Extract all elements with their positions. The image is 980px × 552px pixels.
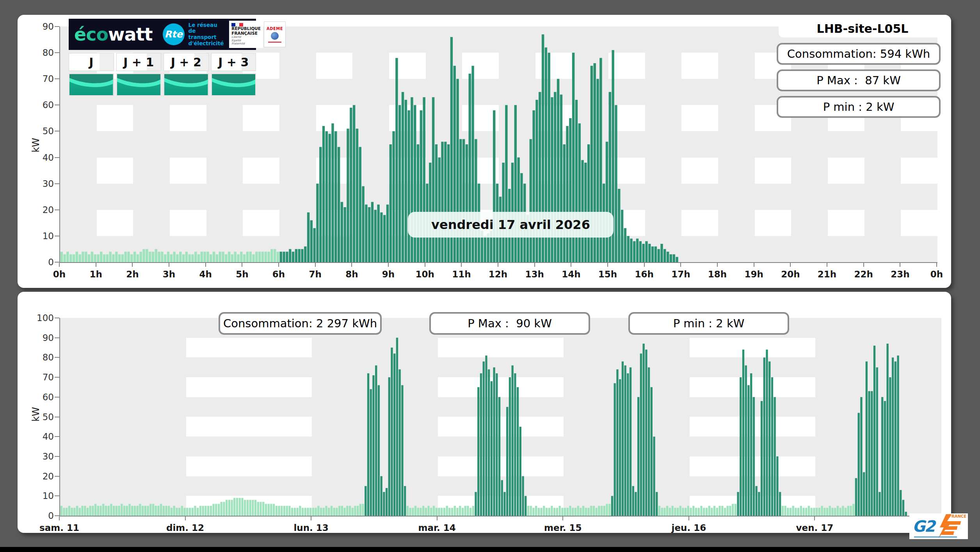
y-axis-tickmark — [55, 337, 59, 338]
x-axis-tickmark — [863, 263, 864, 267]
y-axis-tick-label: 10 — [30, 231, 54, 241]
day-selector: J J + 1 J + 2 J + 3 — [69, 53, 256, 71]
y-axis-tick-label: 30 — [30, 179, 54, 189]
y-axis-tickmark — [55, 209, 59, 210]
x-axis-tick-label: 21h — [818, 269, 836, 279]
y-axis-tickmark — [55, 456, 59, 457]
weekly-y-axis-unit: kW — [30, 407, 41, 422]
x-axis-tickmark — [717, 263, 718, 267]
stat-pmin-daily: P min : 2 kW — [777, 96, 941, 118]
rte-tagline-line: Le réseau — [189, 22, 224, 28]
republique-text: RÉPUBLIQUE FRANÇAISE — [231, 27, 261, 35]
x-axis-tickmark — [814, 517, 815, 520]
y-axis-tickmark — [55, 357, 59, 358]
day-button-j2[interactable]: J + 2 — [164, 53, 209, 71]
y-axis-tickmark — [55, 78, 59, 79]
x-axis-tick-label: 16h — [635, 269, 653, 279]
republique-motto: Liberté Égalité Fraternité — [231, 35, 261, 45]
x-axis-tickmark — [311, 517, 311, 520]
y-axis-tick-label: 20 — [30, 471, 54, 481]
y-axis-tick-label: 40 — [30, 153, 54, 163]
y-axis-tick-label: 50 — [30, 126, 54, 136]
y-axis-tickmark — [55, 105, 59, 105]
x-axis-tick-label: 0h — [53, 269, 66, 279]
x-axis-tick-label: sam. 11 — [39, 523, 79, 533]
x-axis-tick-label: 6h — [272, 269, 285, 279]
y-axis-tickmark — [55, 515, 59, 516]
y-axis-tickmark — [55, 183, 59, 184]
y-axis-tickmark — [55, 131, 59, 131]
x-axis-tickmark — [607, 263, 608, 267]
y-axis-tick-label: 100 — [30, 313, 54, 323]
x-axis-tickmark — [688, 517, 689, 520]
x-axis-tick-label: 22h — [854, 269, 873, 279]
x-axis-tickmark — [534, 263, 535, 267]
x-axis-tick-label: 11h — [452, 269, 471, 279]
day-button-j1[interactable]: J + 1 — [116, 53, 162, 71]
x-axis-tickmark — [936, 263, 937, 267]
x-axis-tickmark — [754, 263, 754, 267]
x-axis-tick-label: 5h — [236, 269, 248, 279]
x-axis-tickmark — [644, 263, 645, 267]
daily-chart-panel: 01020304050607080900h1h2h3h4h5h6h7h8h9h1… — [18, 15, 951, 288]
x-axis-tick-label: 4h — [199, 269, 212, 279]
stat-pmin-weekly: P min : 2 kW — [628, 312, 789, 335]
day-button-j3[interactable]: J + 3 — [211, 53, 256, 71]
y-axis-tick-label: 20 — [30, 205, 54, 215]
y-axis-tickmark — [55, 52, 59, 53]
x-axis-tickmark — [59, 517, 60, 520]
ecowatt-signal-tiles — [69, 73, 256, 96]
x-axis-tick-label: 18h — [708, 269, 727, 279]
x-axis-tickmark — [388, 263, 389, 267]
stat-pmax-weekly: P Max : 90 kW — [429, 312, 590, 335]
x-axis-tick-label: 17h — [671, 269, 690, 279]
x-axis-tickmark — [437, 517, 438, 520]
x-axis-tick-label: 19h — [744, 269, 763, 279]
x-axis-tickmark — [461, 263, 462, 267]
ecowatt-signal-tile-j1[interactable] — [116, 73, 162, 96]
ecowatt-signal-tile-j[interactable] — [69, 73, 114, 96]
x-axis-tick-label: 20h — [781, 269, 800, 279]
ecowatt-signal-tile-j2[interactable] — [164, 73, 209, 96]
x-axis-tickmark — [571, 263, 571, 267]
y-axis-tick-label: 80 — [30, 352, 54, 362]
y-axis-tick-label: 40 — [30, 431, 54, 442]
rte-tagline: Le réseau de transport d'électricité — [189, 22, 224, 46]
app-root: { "header_logo": { "brand_eco": "éco", "… — [0, 0, 980, 552]
y-axis-tick-label: 0 — [30, 511, 54, 521]
x-axis-tick-label: 7h — [309, 269, 321, 279]
day-button-j[interactable]: J — [69, 53, 114, 71]
x-axis-tick-label: ven. 17 — [796, 523, 834, 533]
x-axis-tick-label: lun. 13 — [293, 523, 328, 533]
rte-logo-icon: Rte — [163, 23, 185, 45]
g2e-france-logo: G2 FRANCE — [909, 513, 968, 539]
ademe-globe-icon — [271, 32, 279, 40]
y-axis-tickmark — [55, 436, 59, 437]
x-axis-tickmark — [132, 263, 133, 267]
x-axis-tickmark — [680, 263, 681, 267]
ecowatt-signal-tile-j3[interactable] — [211, 73, 256, 96]
ademe-logo: ADEME — [264, 21, 286, 47]
x-axis-tick-label: 10h — [415, 269, 434, 279]
rte-logo-text: Rte — [164, 29, 182, 40]
site-title: LHB-site-L05L — [779, 20, 946, 37]
y-axis-tick-label: 90 — [30, 333, 54, 343]
y-axis-tickmark — [55, 495, 59, 496]
x-axis-tick-label: 9h — [382, 269, 395, 279]
y-axis-tick-label: 30 — [30, 451, 54, 461]
x-axis-tick-label: 13h — [525, 269, 544, 279]
stat-consommation-daily: Consommation: 594 kWh — [777, 43, 941, 65]
y-axis-tick-label: 70 — [30, 372, 54, 382]
ecowatt-logo-eco: éco — [74, 24, 108, 45]
x-axis-tick-label: dim. 12 — [166, 523, 204, 533]
g2e-france-label: FRANCE — [949, 514, 966, 518]
x-axis-tick-label: 0h — [930, 269, 943, 279]
rte-tagline-line: de transport — [189, 28, 224, 40]
g2e-logo-text: G2 — [912, 517, 935, 535]
y-axis-tick-label: 0 — [30, 257, 54, 267]
x-axis-tick-label: 3h — [163, 269, 175, 279]
ademe-logo-text: ADEME — [267, 27, 283, 31]
x-axis-tickmark — [790, 263, 791, 267]
x-axis-tickmark — [498, 263, 498, 267]
y-axis-tickmark — [55, 476, 59, 477]
